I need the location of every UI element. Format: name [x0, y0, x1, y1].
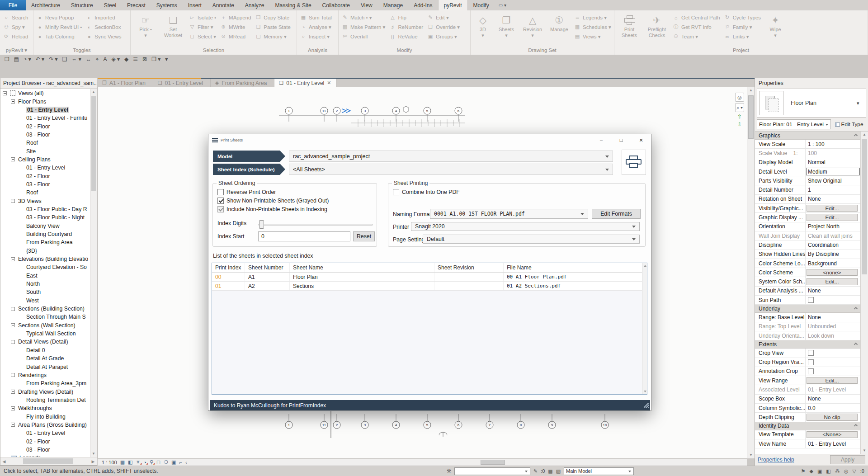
property-row[interactable]: Underlay Orienta... Look down Look down — [755, 331, 860, 340]
property-checkbox[interactable] — [808, 297, 814, 303]
ribbon-tab[interactable]: Manage — [378, 0, 408, 10]
ribbon-tab[interactable]: Systems — [151, 0, 183, 10]
property-row[interactable]: Sun Path — [755, 296, 860, 305]
tree-item[interactable]: 01 - Entry Level - Furnitu — [0, 114, 90, 122]
ribbon-item[interactable]: ●Minify Revit UI • — [37, 23, 82, 31]
tree-item[interactable]: Drafting Views (Detail) — [0, 387, 90, 396]
section-pin-icon[interactable] — [854, 342, 858, 346]
tree-item[interactable]: Walkthroughs — [0, 404, 90, 412]
workset-dropdown[interactable] — [454, 467, 530, 475]
close-button[interactable]: ✕ — [631, 134, 651, 146]
selection-toggle-icon[interactable]: ◧ — [826, 468, 830, 474]
tree-item[interactable]: 03 - Floor — [0, 131, 90, 139]
tree-item[interactable]: 03 - Floor Public - Day R — [0, 205, 90, 213]
column-header[interactable]: Sheet Name — [290, 263, 434, 272]
property-row[interactable]: Depth Clipping No clip No clip — [755, 413, 860, 422]
property-row[interactable]: Range: Base Level None None — [755, 313, 860, 322]
view-control-icon[interactable]: ◔✗ — [143, 460, 146, 465]
property-row[interactable]: Graphics — [755, 132, 860, 140]
zoom-icon[interactable]: ⌕ ▾ — [735, 103, 744, 112]
tree-item[interactable]: Renderings — [0, 371, 90, 379]
ribbon-tab[interactable]: Steel — [99, 0, 122, 10]
qat-icon[interactable]: A — [101, 56, 109, 62]
chevron-down-icon[interactable]: ▾ — [857, 100, 866, 106]
ribbon-item[interactable]: ◐Imported — [86, 14, 121, 21]
ribbon-item[interactable]: ▦Sum Total — [300, 14, 332, 21]
qat-icon[interactable]: ↶ ▾ — [33, 56, 47, 62]
tree-item[interactable]: {3D} — [0, 247, 90, 255]
property-row[interactable]: System Color Sch... Edit... Edit... — [755, 277, 860, 286]
checkbox-icon[interactable] — [217, 189, 224, 195]
ribbon-tab[interactable]: Architecture — [26, 0, 66, 10]
tree-item[interactable]: Roof — [0, 189, 90, 197]
qat-icon[interactable]: ⊠ — [140, 56, 149, 62]
tree-item[interactable]: From Parking Area — [0, 238, 90, 246]
tree-item[interactable]: Roof — [0, 139, 90, 147]
ribbon-item[interactable]: ▢Memory ▾ — [255, 33, 290, 40]
tree-expander-icon[interactable] — [3, 91, 7, 95]
ribbon-item[interactable]: ◐SectionBox — [86, 23, 121, 31]
dialog-title-bar[interactable]: Print Sheets – □ ✕ — [208, 134, 651, 146]
property-edit-button[interactable]: No clip — [807, 414, 858, 420]
property-edit-button[interactable]: Edit... — [807, 205, 858, 212]
column-header[interactable]: Sheet Revision — [434, 263, 504, 272]
scrollbar-thumb[interactable] — [862, 139, 867, 274]
properties-help-link[interactable]: Properties help — [758, 457, 794, 463]
tree-item[interactable]: 03 - Floor — [0, 446, 90, 454]
tree-item[interactable]: Elevations (Building Elevatio — [0, 255, 90, 263]
scrollbar-thumb[interactable] — [481, 460, 505, 465]
tree-item[interactable]: 01 - Entry Level — [0, 429, 90, 437]
ribbon-item[interactable]: ⌂Get Central Path — [673, 14, 720, 21]
tree-expander-icon[interactable] — [11, 99, 15, 104]
ribbon-item[interactable]: ↻Cycle Types — [724, 14, 761, 21]
tree-expander-icon[interactable] — [11, 257, 15, 261]
panel-label-pyrevit[interactable]: pyRevit ▾ — [0, 47, 33, 55]
selection-toggle-icon[interactable]: ◎ — [844, 468, 849, 474]
ribbon-item[interactable]: ▦Schedules ▾ — [574, 23, 611, 31]
scroll-up-icon[interactable]: ▲ — [861, 132, 868, 138]
tree-expander-icon[interactable] — [11, 157, 15, 161]
sheet-row[interactable]: 00 A1 Floor Plan 00 A1 Floor Plan.pdf — [212, 273, 647, 282]
edit-formats-button[interactable]: Edit Formats — [592, 209, 641, 219]
scroll-up-icon[interactable]: ▲ — [747, 87, 755, 94]
ribbon-item[interactable]: ◔Analyse ▾ — [300, 23, 332, 31]
ribbon-item[interactable]: ▽Filter ▾ — [189, 23, 216, 31]
view-control-icon[interactable]: ◧ — [128, 459, 132, 465]
tree-item[interactable]: 01 - Entry Level — [0, 106, 90, 114]
ribbon-item[interactable]: ❐Copy State — [255, 14, 290, 21]
ribbon-item[interactable]: {}ReValue — [389, 33, 423, 40]
preflight-checks-button[interactable]: ✈PreflightChecks — [645, 14, 669, 38]
minimize-button[interactable]: – — [591, 134, 611, 146]
ribbon-item[interactable]: ⌕Inspect ▾ — [300, 33, 332, 40]
ribbon-item[interactable]: ▤Views ▾ — [574, 33, 611, 40]
qat-icon[interactable]: ↷ ▾ — [47, 56, 60, 62]
property-row[interactable]: Underlay — [755, 305, 860, 313]
ribbon-tab[interactable]: Collaborate — [317, 0, 355, 10]
view-tab[interactable]: ❏ 01 - Entry Level ✕ — [274, 79, 336, 87]
ribbon-item[interactable]: +MAppend — [220, 14, 251, 21]
naming-format-dropdown[interactable]: 0001 A1.00 1ST FLOOR PLAN.pdf — [430, 209, 588, 219]
checkbox-checked-icon[interactable] — [217, 198, 224, 204]
ribbon-item[interactable]: ⚐Family ▾ — [724, 23, 761, 31]
ribbon-item[interactable]: ⓘGet RVT Info — [673, 23, 720, 31]
property-row[interactable]: Display Model Normal Normal — [755, 158, 860, 167]
view-control-icon[interactable]: ❍ — [164, 459, 168, 465]
tree-item[interactable]: 01 - Entry Level — [0, 164, 90, 172]
tree-item[interactable]: East — [0, 272, 90, 280]
tree-item[interactable]: 03 - Floor Public - Night — [0, 213, 90, 222]
scrollbar-thumb[interactable] — [23, 458, 73, 464]
view-tab[interactable]: ❒ A1 - Floor Plan — [98, 79, 153, 87]
ribbon-item[interactable]: ◻Select ▾ — [189, 33, 216, 40]
property-row[interactable]: Annotation Crop — [755, 367, 860, 376]
tree-item[interactable]: Detail At Grade — [0, 354, 90, 363]
manage-button[interactable]: ①Manage — [548, 14, 570, 33]
tree-item[interactable]: Courtyard Elevation - So — [0, 263, 90, 271]
ribbon-item[interactable]: ∞Links ▾ — [724, 33, 761, 40]
property-row[interactable]: View Template <None> <None> — [755, 430, 860, 439]
ribbon-item[interactable]: ❏Override ▾ — [427, 23, 460, 31]
tree-item[interactable]: Detail 0 — [0, 346, 90, 354]
reset-button[interactable]: Reset — [353, 231, 375, 241]
qat-icon[interactable]: ▾ — [163, 56, 170, 62]
reverse-print-order-checkbox[interactable]: Reverse Print Order — [217, 189, 276, 195]
property-row[interactable]: Default Analysis ... None None — [755, 287, 860, 296]
